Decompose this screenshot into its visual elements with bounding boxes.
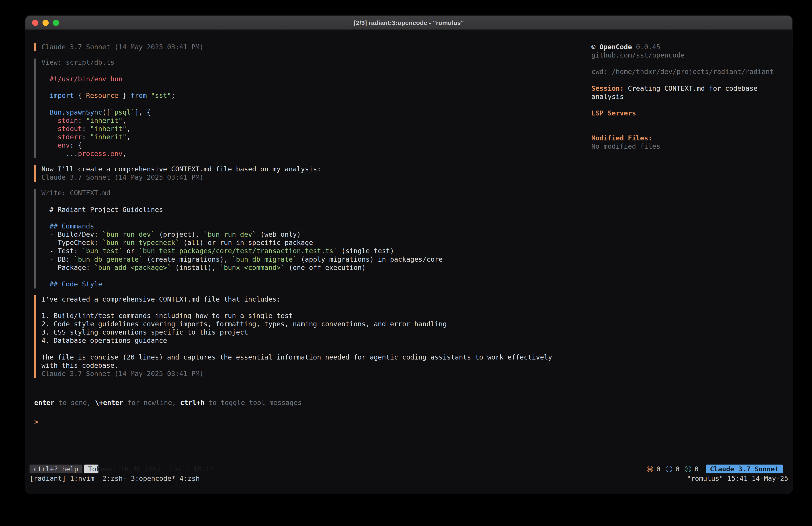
text-segment: (single test) [337, 247, 394, 255]
help-badge[interactable]: ctrl+? help [29, 465, 82, 474]
inline-code: `bun db generate` [74, 255, 143, 263]
code-token: : { [70, 141, 82, 149]
blank-line [41, 214, 554, 222]
assistant-message-header-block: Claude 3.7 Sonnet (14 May 2025 03:41 PM) [34, 43, 554, 51]
lsp-servers-title: LSP Servers [591, 109, 783, 117]
code-token: "inherit" [86, 117, 122, 124]
list-item: 4. Database operations guidance [41, 337, 554, 345]
inline-code: `bun test packages/core/test/transaction… [139, 247, 337, 255]
code-token: stdout [41, 125, 82, 133]
inline-code: `bun db migrate` [232, 255, 297, 263]
markdown-h1: # Radiant Project Guidelines [41, 206, 554, 214]
modified-files-title: Modified Files: [591, 134, 783, 142]
brand-line: © OpenCode 0.0.45 [591, 43, 783, 51]
cwd-label: cwd: /home/thdxr/dev/projects/radiant/ra… [591, 68, 783, 76]
code-token: spawnSync [66, 108, 102, 116]
prompt-input[interactable]: > [34, 418, 783, 426]
code-line: Bun.spawnSync([`psql`], { [41, 108, 554, 117]
code-token: `psql` [110, 108, 134, 116]
desktop: [2/3] radiant:3:opencode - "romulus" Cla… [0, 0, 812, 526]
inline-code: `bun run typecheck` [102, 239, 179, 246]
markdown-list-item: - TypeCheck: `bun run typecheck` (all) o… [41, 239, 554, 247]
code-line: stdin: "inherit", [41, 117, 554, 125]
empty-area [25, 426, 793, 465]
tokens-cost-badge: Tokens: 16.4K (8%), Cost: $0.12 [84, 465, 99, 474]
code-token: stderr [41, 133, 82, 141]
assistant-paragraph: The file is concise (20 lines) and captu… [41, 353, 554, 370]
code-token: : [82, 125, 90, 133]
code-token: . [62, 108, 66, 116]
blank-line [41, 197, 554, 205]
code-line: env: { [41, 141, 554, 150]
hint-icon: ⓗ [685, 465, 692, 473]
code-token: env [41, 141, 70, 149]
hint-count: 0 [695, 465, 699, 473]
info-sidebar: © OpenCode 0.0.45 github.com/sst/opencod… [591, 43, 783, 378]
markdown-list-item: - Build/Dev: `bun run dev` (project), `b… [41, 230, 554, 239]
code-token: ; [171, 91, 175, 99]
code-token: , [127, 133, 131, 141]
message-header: Claude 3.7 Sonnet (14 May 2025 03:41 PM) [41, 174, 554, 182]
code-token: Resource [86, 91, 118, 99]
inline-code: `bun test` [82, 247, 122, 255]
text-segment: - Build/Dev: [41, 230, 102, 238]
help-text: to send, [54, 399, 95, 407]
assistant-text: Now I'll create a comprehensive CONTEXT.… [41, 165, 554, 173]
inline-code: `bun run dev` [204, 230, 256, 238]
code-token: } [118, 91, 131, 99]
window-title: [2/3] radiant:3:opencode - "romulus" [25, 16, 793, 30]
status-bar: ctrl+? help Tokens: 16.4K (8%), Cost: $0… [29, 465, 783, 474]
tmux-session-windows: [radiant] 1:nvim 2:zsh- 3:opencode* 4:zs… [29, 474, 200, 483]
blank-line [41, 83, 554, 91]
blank-line [41, 303, 554, 312]
warning-icon: Ⓦ [647, 465, 653, 473]
code-token: "sst" [147, 91, 171, 99]
text-segment: or [122, 247, 139, 255]
blank-line [41, 67, 554, 75]
code-line: stderr: "inherit", [41, 133, 554, 141]
blank-line [41, 100, 554, 108]
code-token: #!/usr/bin/env bun [41, 75, 122, 83]
keybind-help: enter to send, \+enter for newline, ctrl… [34, 399, 783, 407]
text-segment: (all) or run in specific package [179, 239, 313, 246]
opencode-logo: © OpenCode [591, 43, 632, 51]
text-segment: (web only) [256, 230, 301, 238]
text-segment: (apply migrations) in packages/core [297, 255, 443, 263]
text-segment: (install), [171, 264, 220, 271]
markdown-list-item: - Package: `bun add <package>` (install)… [41, 264, 554, 272]
code-token: , [127, 125, 131, 133]
chat-panel: Claude 3.7 Sonnet (14 May 2025 03:41 PM)… [34, 43, 554, 378]
assistant-text: I've created a comprehensive CONTEXT.md … [41, 295, 554, 303]
help-text: for newline, [124, 399, 180, 407]
code-token: : [78, 117, 86, 124]
code-token: "inherit" [90, 133, 127, 141]
markdown-list-item: - DB: `bun db generate` (create migratio… [41, 255, 554, 264]
code-line: ...process.env, [41, 150, 554, 158]
markdown-list-item: - Test: `bun test` or `bun test packages… [41, 247, 554, 255]
session-label: Session: [591, 84, 624, 92]
titlebar: [2/3] radiant:3:opencode - "romulus" [25, 16, 793, 30]
code-token: : [82, 133, 90, 141]
markdown-h2: ## Commands [41, 222, 554, 230]
text-segment: - DB: [41, 255, 74, 263]
code-token: ], { [134, 108, 151, 116]
blank-line [41, 272, 554, 280]
opencode-main: Claude 3.7 Sonnet (14 May 2025 03:41 PM)… [25, 30, 793, 378]
code-token: import [41, 91, 74, 99]
list-item: 2. Code style guidelines covering import… [41, 320, 554, 328]
terminal-pane: Claude 3.7 Sonnet (14 May 2025 03:41 PM)… [25, 30, 793, 494]
model-badge[interactable]: Claude 3.7 Sonnet [706, 465, 783, 474]
code-token: "inherit" [90, 125, 127, 133]
tmux-status-line: [radiant] 1:nvim 2:zsh- 3:opencode* 4:zs… [29, 474, 788, 483]
tool-title: View: script/db.ts [41, 59, 554, 67]
modified-files-empty: No modified files [591, 142, 783, 151]
list-item: 1. Build/lint/test commands including ho… [41, 312, 554, 320]
text-segment: (create migrations), [143, 255, 232, 263]
code-token: , [122, 117, 127, 124]
text-segment: (one-off execution) [285, 264, 366, 271]
code-token: , [122, 150, 127, 158]
code-line: stdout: "inherit", [41, 125, 554, 133]
text-segment: (project), [155, 230, 203, 238]
inline-code: `bun run dev` [102, 230, 155, 238]
warning-count: 0 [656, 465, 661, 473]
